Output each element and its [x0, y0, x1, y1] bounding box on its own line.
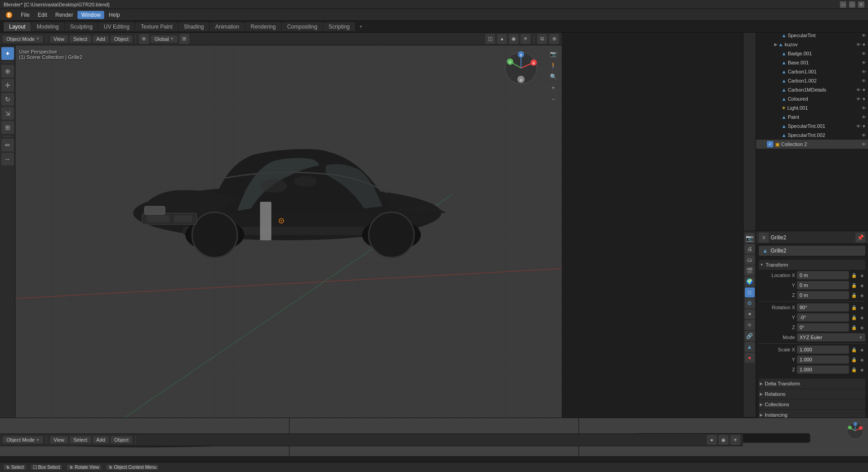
rotation-y-value[interactable]: -0°: [797, 313, 849, 321]
bottom-object-menu[interactable]: Object: [111, 436, 132, 443]
view-menu[interactable]: View: [50, 35, 68, 43]
vis-icon-badge001[interactable]: 👁: [862, 51, 866, 56]
prop-particles-icon[interactable]: ✦: [745, 309, 755, 319]
rotate-tool[interactable]: ↻: [1, 93, 14, 106]
scale-y-value[interactable]: 1.000: [797, 355, 849, 364]
viewport-shading-mat[interactable]: ◉: [509, 34, 519, 44]
vis-icon-carbon1mdetails[interactable]: 👁: [856, 88, 861, 92]
select-menu[interactable]: Select: [70, 35, 91, 43]
close-button[interactable]: ✕: [858, 1, 864, 8]
vis-icon-st002[interactable]: 👁: [862, 133, 866, 138]
ws-tab-sculpting[interactable]: Sculpting: [65, 22, 98, 31]
snap-btn[interactable]: ⊞: [179, 34, 189, 44]
menu-render[interactable]: Render: [52, 11, 77, 19]
delta-transform-header[interactable]: ▶ Delta Transform: [759, 379, 865, 389]
sel3-icon[interactable]: ▼: [862, 97, 866, 102]
vis-icon-kuzov[interactable]: 👁: [856, 42, 861, 47]
object-mode-dropdown[interactable]: Object Mode ▼: [3, 35, 43, 43]
sel2-icon[interactable]: ▼: [862, 88, 866, 92]
sel-icon-kuzov[interactable]: ▼: [862, 42, 866, 47]
prop-render-icon[interactable]: 📷: [745, 233, 755, 243]
rotation-y-keyframe[interactable]: ◆: [859, 314, 865, 321]
camera-btn[interactable]: 📷: [548, 49, 558, 59]
viewport-shading-solid[interactable]: ●: [497, 34, 507, 44]
maximize-button[interactable]: □: [849, 1, 855, 8]
rotation-x-keyframe[interactable]: ◆: [859, 304, 865, 311]
vis-icon-light001[interactable]: 👁: [862, 106, 866, 111]
viewport-shading-render[interactable]: ☀: [521, 34, 530, 44]
sel4-icon[interactable]: ▼: [862, 124, 866, 129]
location-z-keyframe[interactable]: ◆: [859, 292, 865, 298]
vis-icon-carbon1002[interactable]: 👁: [862, 78, 866, 83]
relations-header[interactable]: ▶ Relations: [759, 389, 865, 399]
rotation-x-value[interactable]: 90°: [797, 303, 849, 311]
outliner-item-carbon1mdetails[interactable]: ▲ Carbon1MDetails 👁 ▼: [756, 85, 868, 94]
plus-zoom[interactable]: +: [548, 83, 558, 93]
rotation-y-lock[interactable]: 🔒: [851, 314, 857, 321]
scale-y-keyframe[interactable]: ◆: [859, 356, 865, 363]
outliner-item-speculartint001[interactable]: ▲ SpecularTint.001 👁 ▼: [756, 122, 868, 131]
object-name-field[interactable]: ▲ Grille2: [759, 246, 865, 256]
outliner-item-coloured[interactable]: ▲ Coloured 👁 ▼: [756, 94, 868, 103]
ws-tab-add[interactable]: +: [356, 22, 366, 31]
bottom-shading-mat[interactable]: ◉: [719, 435, 728, 445]
scale-y-lock[interactable]: 🔒: [851, 356, 857, 363]
rotation-z-keyframe[interactable]: ◆: [859, 324, 865, 331]
location-z-lock[interactable]: 🔒: [851, 292, 857, 298]
outliner-item-collection2[interactable]: ✓ ▣ Collection 2 👁: [756, 140, 868, 149]
ws-tab-texture-paint[interactable]: Texture Paint: [135, 22, 178, 31]
annotate-tool[interactable]: ✏: [1, 139, 14, 151]
rotation-z-value[interactable]: 0°: [797, 323, 849, 331]
prop-world-icon[interactable]: 🌍: [745, 277, 755, 287]
move-tool[interactable]: ✛: [1, 79, 14, 92]
location-z-value[interactable]: 0 m: [797, 291, 849, 299]
outliner-item-speculartint002[interactable]: ▲ SpecularTint.002 👁: [756, 131, 868, 140]
vis-icon-st001[interactable]: 👁: [856, 124, 861, 129]
vis-icon-speculartint[interactable]: 👁: [862, 33, 866, 38]
object-menu[interactable]: Object: [111, 35, 132, 43]
bottom-add-menu[interactable]: Add: [93, 436, 109, 443]
prop-modifier-icon[interactable]: ⚙: [745, 298, 755, 308]
vis-icon-coloured[interactable]: 👁: [856, 97, 861, 102]
zoom-btn[interactable]: 🔍: [548, 72, 558, 82]
rotation-z-lock[interactable]: 🔒: [851, 324, 857, 331]
ws-tab-layout[interactable]: Layout: [4, 22, 31, 31]
location-x-keyframe[interactable]: ◆: [859, 272, 865, 278]
outliner-item-badge001[interactable]: ▲ Badge.001 👁: [756, 49, 868, 58]
outliner-item-base001[interactable]: ▲ Base.001 👁: [756, 58, 868, 67]
minimize-button[interactable]: ─: [840, 1, 846, 8]
bottom-select-menu[interactable]: Select: [70, 436, 91, 443]
vis-icon-paint[interactable]: 👁: [862, 115, 866, 120]
scale-z-keyframe[interactable]: ◆: [859, 366, 865, 373]
walk-btn[interactable]: 🚶: [548, 60, 558, 70]
bottom-view-menu[interactable]: View: [50, 436, 68, 443]
ws-tab-compositing[interactable]: Compositing: [282, 22, 323, 31]
prop-material-icon[interactable]: ●: [745, 353, 755, 363]
vis-icon-base001[interactable]: 👁: [862, 60, 866, 65]
bottom-shading-solid[interactable]: ●: [707, 435, 717, 445]
location-x-lock[interactable]: 🔒: [851, 272, 857, 278]
ws-tab-rendering[interactable]: Rendering: [245, 22, 281, 31]
prop-scene-icon[interactable]: 🎬: [745, 266, 755, 276]
transform-section-header[interactable]: ▼ Transform: [759, 260, 865, 270]
menu-blender[interactable]: B: [2, 10, 16, 19]
nav-gizmo[interactable]: X Y Z ⊕: [503, 50, 539, 86]
location-y-keyframe[interactable]: ◆: [859, 282, 865, 288]
vis-icon-col2[interactable]: 👁: [862, 142, 866, 147]
transform-tool[interactable]: ⊞: [1, 121, 14, 134]
global-transform[interactable]: Global ▼: [151, 35, 178, 43]
bottom-object-mode[interactable]: Object Mode ▼: [3, 436, 43, 443]
location-y-lock[interactable]: 🔒: [851, 282, 857, 288]
prop-view-layer-icon[interactable]: 🗂: [745, 255, 755, 265]
main-viewport[interactable]: User Perspective (1) Scene Collection | …: [15, 45, 562, 418]
outliner-item-light001[interactable]: ☀ Light.001 👁: [756, 103, 868, 112]
transform-mode-btn[interactable]: ⊕: [139, 34, 149, 44]
scale-tool[interactable]: ⇲: [1, 107, 14, 120]
bottom-shading-render[interactable]: ☀: [730, 435, 740, 445]
prop-pin-icon[interactable]: 📌: [855, 233, 865, 243]
rotation-mode-dropdown[interactable]: XYZ Euler ▼: [797, 333, 865, 341]
scale-x-keyframe[interactable]: ◆: [859, 346, 865, 353]
prop-data-icon[interactable]: ▲: [745, 342, 755, 352]
select-tool[interactable]: ✦: [1, 47, 14, 60]
instancing-header[interactable]: ▶ Instancing: [759, 410, 865, 418]
